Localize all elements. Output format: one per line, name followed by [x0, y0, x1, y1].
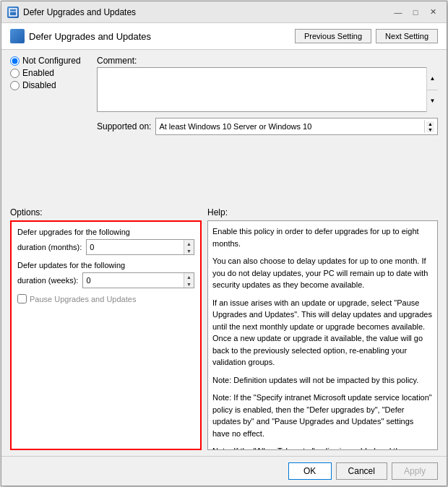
enabled-radio[interactable]: [10, 69, 20, 78]
disabled-label[interactable]: Disabled: [22, 80, 56, 90]
previous-setting-button[interactable]: Previous Setting: [295, 29, 371, 43]
header-bar: Defer Upgrades and Updates Previous Sett…: [1, 23, 447, 50]
header-title: Defer Upgrades and Updates: [29, 31, 151, 42]
comment-label: Comment:: [97, 56, 137, 66]
help-para-6: Note: If the "Allow Telemetry" policy is…: [212, 445, 433, 450]
update-down-arrow[interactable]: ▼: [184, 280, 194, 288]
update-input[interactable]: [83, 273, 184, 288]
radio-enabled-row: Enabled: [10, 68, 81, 78]
update-sublabel: duration (weeks):: [17, 276, 78, 285]
supported-label: Supported on:: [97, 121, 151, 132]
upgrade-spinner: ▲ ▼: [86, 239, 194, 255]
minimize-button[interactable]: —: [390, 4, 406, 20]
help-box[interactable]: Enable this policy in order to defer upg…: [207, 220, 438, 450]
two-column: Options: Defer upgrades for the followin…: [10, 207, 438, 450]
content-area: Not Configured Enabled Disabled Comment:: [1, 50, 447, 456]
upgrade-title: Defer upgrades for the following: [17, 228, 194, 236]
pause-label[interactable]: Pause Upgrades and Updates: [30, 295, 136, 303]
pause-checkbox[interactable]: [17, 294, 27, 303]
title-bar-left: Defer Upgrades and Updates: [7, 7, 136, 18]
supported-scroll-up[interactable]: ▲: [426, 121, 434, 126]
upgrade-up-arrow[interactable]: ▲: [184, 240, 194, 247]
help-para-4: Note: Definition updates will not be imp…: [212, 374, 433, 387]
maximize-button[interactable]: □: [408, 4, 423, 20]
title-controls: — □ ✕: [390, 4, 441, 20]
comment-textarea[interactable]: [98, 68, 437, 111]
update-arrows: ▲ ▼: [184, 273, 194, 288]
pause-checkbox-row: Pause Upgrades and Updates: [17, 294, 194, 303]
cancel-button[interactable]: Cancel: [336, 462, 387, 480]
supported-scroll-down[interactable]: ▼: [426, 127, 434, 132]
title-text: Defer Upgrades and Updates: [23, 7, 136, 17]
help-para-1: Enable this policy in order to defer upg…: [212, 225, 433, 249]
radio-not-configured-row: Not Configured: [10, 56, 81, 66]
right-panel: Help: Enable this policy in order to def…: [207, 207, 438, 450]
help-para-5: Note: If the "Specify intranet Microsoft…: [212, 392, 433, 439]
svg-rect-0: [9, 9, 17, 16]
update-up-arrow[interactable]: ▲: [184, 273, 194, 280]
close-button[interactable]: ✕: [425, 4, 441, 20]
comment-label-area: Comment:: [97, 56, 137, 66]
help-para-3: If an issue arises with an update or upg…: [212, 297, 433, 369]
upgrade-row: duration (months): ▲ ▼: [17, 239, 194, 255]
comment-area: ▲ ▼: [97, 67, 438, 112]
not-configured-label[interactable]: Not Configured: [22, 56, 81, 66]
update-group: Defer updates for the following duration…: [17, 261, 194, 288]
title-bar: Defer Upgrades and Updates — □ ✕: [1, 1, 447, 23]
left-panel: Options: Defer upgrades for the followin…: [10, 207, 202, 450]
not-configured-radio[interactable]: [10, 56, 20, 66]
help-para-2: You can also choose to delay updates for…: [212, 255, 433, 291]
options-box: Defer upgrades for the following duratio…: [10, 220, 202, 450]
radio-section: Not Configured Enabled Disabled: [10, 56, 81, 90]
disabled-radio[interactable]: [10, 81, 20, 90]
update-row: duration (weeks): ▲ ▼: [17, 272, 194, 288]
comment-scroll-up[interactable]: ▲: [427, 67, 438, 90]
relative-wrapper: Not Configured Enabled Disabled Comment:: [10, 56, 438, 450]
options-label: Options:: [10, 207, 202, 217]
apply-button[interactable]: Apply: [392, 462, 438, 480]
update-title: Defer updates for the following: [17, 261, 194, 270]
dialog: Defer Upgrades and Updates — □ ✕ Defer U…: [1, 1, 447, 486]
upgrade-group: Defer upgrades for the following duratio…: [17, 228, 194, 255]
footer: OK Cancel Apply: [1, 456, 447, 486]
upgrade-down-arrow[interactable]: ▼: [184, 247, 194, 254]
enabled-label[interactable]: Enabled: [22, 68, 54, 78]
comment-scroll-down[interactable]: ▼: [427, 90, 438, 113]
upgrade-arrows: ▲ ▼: [184, 240, 194, 254]
next-setting-button[interactable]: Next Setting: [376, 29, 438, 43]
supported-area: Supported on: At least Windows 10 Server…: [97, 118, 438, 135]
radio-disabled-row: Disabled: [10, 80, 81, 90]
header-buttons: Previous Setting Next Setting: [295, 29, 438, 43]
dialog-icon: [7, 7, 19, 18]
supported-value: At least Windows 10 Server or Windows 10: [159, 122, 311, 131]
upgrade-input[interactable]: [87, 240, 184, 254]
upgrade-sublabel: duration (months):: [17, 243, 82, 251]
header-title-area: Defer Upgrades and Updates: [10, 29, 151, 43]
help-label: Help:: [207, 207, 438, 217]
update-spinner: ▲ ▼: [82, 272, 194, 288]
ok-button[interactable]: OK: [288, 462, 332, 480]
header-icon: [10, 29, 25, 43]
